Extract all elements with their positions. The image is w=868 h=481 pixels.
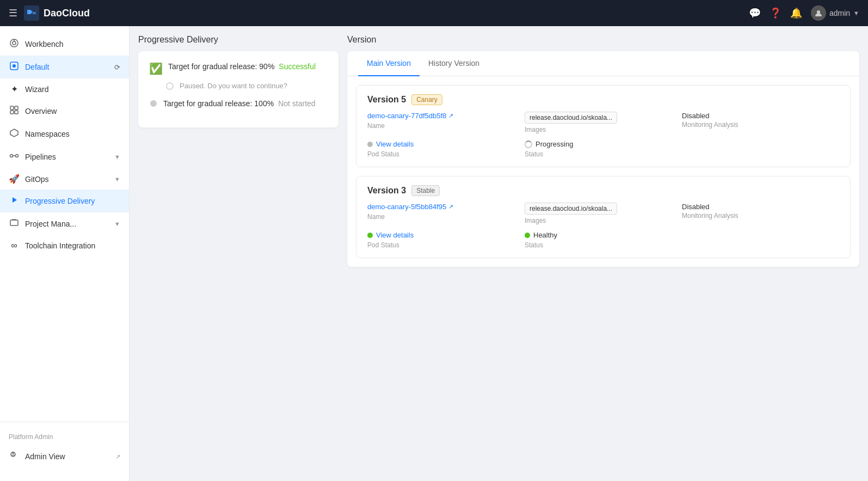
version-5-status-label: Status — [525, 150, 682, 158]
gitops-icon: 🚀 — [9, 174, 20, 184]
sidebar-item-label: Pipelines — [25, 153, 56, 161]
namespaces-icon — [9, 128, 20, 140]
svg-rect-9 — [10, 111, 14, 114]
svg-rect-8 — [15, 106, 18, 109]
sidebar-item-label: Overview — [25, 107, 57, 115]
pipelines-icon — [9, 151, 20, 163]
tab-history-version[interactable]: History Version — [420, 51, 488, 76]
notification-icon[interactable]: 🔔 — [790, 7, 802, 19]
sidebar-item-admin-view[interactable]: Admin View ↗ — [0, 445, 129, 468]
version-5-pod-status[interactable]: View details — [367, 140, 525, 148]
version-3-image-badge: release.daocloud.io/skoala... — [525, 203, 682, 215]
version-5-image-label: Images — [525, 126, 682, 133]
navbar-right: 💬 ❓ 🔔 admin ▼ — [749, 5, 859, 21]
version-3-name-label: Name — [367, 213, 525, 221]
delivery-card: ✅ Target for gradual release: 90% Succes… — [138, 51, 338, 127]
version-5-fields: demo-canary-77df5db5f8 ↗ Name release.da… — [367, 112, 839, 158]
version-title: Version — [347, 35, 859, 45]
sidebar-item-gitops[interactable]: 🚀 GitOps ▼ — [0, 168, 129, 190]
external-link-icon: ↗ — [115, 453, 120, 460]
version-3-monitoring-field: Disabled Monitoring Analysis — [682, 203, 839, 224]
version-5-pod-label: Pod Status — [367, 150, 525, 158]
version-5-name-link[interactable]: demo-canary-77df5db5f8 ↗ — [367, 112, 525, 120]
healthy-dot-icon — [525, 233, 530, 238]
version-3-badge: Stable — [411, 185, 440, 196]
version-3-pod-status[interactable]: View details — [367, 231, 525, 239]
version-3-monitoring-status: Disabled — [682, 203, 839, 211]
logo: DaoCloud — [24, 5, 90, 21]
svg-rect-7 — [10, 106, 14, 109]
circle-outline-icon — [165, 82, 174, 93]
hamburger-icon[interactable]: ☰ — [9, 7, 17, 19]
sidebar-item-pipelines[interactable]: Pipelines ▼ — [0, 145, 129, 168]
sidebar: Workbench Default ⟳ ✦ Wizard Overview Na… — [0, 26, 130, 481]
pod-status-dot-gray — [367, 142, 373, 147]
toolchain-icon: ∞ — [9, 241, 20, 251]
version-3-status: Healthy — [525, 231, 682, 239]
version-5-monitoring-status: Disabled — [682, 112, 839, 120]
help-icon[interactable]: ❓ — [769, 7, 781, 19]
version-3-status-label: Status — [525, 241, 682, 249]
external-link-icon: ↗ — [448, 203, 453, 210]
sidebar-item-namespaces[interactable]: Namespaces — [0, 123, 129, 145]
default-icon — [9, 61, 20, 73]
delivery-item-1-status: Successful — [279, 62, 316, 71]
delivery-item-paused: Paused. Do you want to continue? — [165, 82, 328, 93]
delivery-item-3: Target for gradual release: 100% Not sta… — [149, 99, 328, 110]
sidebar-item-wizard[interactable]: ✦ Wizard — [0, 78, 129, 100]
version-5-monitoring-field: Disabled Monitoring Analysis — [682, 112, 839, 133]
wizard-icon: ✦ — [9, 84, 20, 94]
message-icon[interactable]: 💬 — [749, 7, 761, 19]
svg-point-18 — [167, 83, 173, 89]
refresh-icon[interactable]: ⟳ — [114, 63, 120, 71]
version-3-pod-field: View details Pod Status — [367, 231, 525, 249]
version-5-image-value: release.daocloud.io/skoala... — [525, 112, 617, 124]
version-5-name-field: demo-canary-77df5db5f8 ↗ Name — [367, 112, 525, 133]
admin-view-label: Admin View — [25, 452, 65, 461]
version-item-3: Version 3 Stable demo-canary-5f5bb84f95 … — [356, 176, 851, 258]
version-5-status: Progressing — [525, 140, 682, 148]
sidebar-item-progressive-delivery[interactable]: Progressive Delivery — [0, 190, 129, 212]
left-panel: Progressive Delivery ✅ Target for gradua… — [130, 26, 347, 481]
delivery-item-3-content: Target for gradual release: 100% Not sta… — [163, 99, 328, 108]
sidebar-item-project-manage[interactable]: Project Mana... ▼ — [0, 212, 129, 235]
sidebar-item-toolchain[interactable]: ∞ Toolchain Integration — [0, 235, 129, 256]
delivery-item-1: ✅ Target for gradual release: 90% Succes… — [149, 62, 328, 75]
version-3-header: Version 3 Stable — [367, 185, 839, 196]
delivery-item-1-content: Target for gradual release: 90% Successf… — [168, 62, 328, 71]
sidebar-item-overview[interactable]: Overview — [0, 100, 129, 123]
progressive-delivery-title: Progressive Delivery — [138, 35, 338, 45]
sidebar-item-default[interactable]: Default ⟳ — [0, 56, 129, 78]
version-3-status-text: Healthy — [533, 231, 557, 239]
version-3-name-link[interactable]: demo-canary-5f5bb84f95 ↗ — [367, 203, 525, 211]
sidebar-item-label: Default — [25, 63, 49, 71]
sidebar-item-label: Progressive Delivery — [25, 197, 95, 205]
gitops-chevron-icon: ▼ — [114, 176, 120, 182]
workbench-icon — [9, 38, 20, 50]
tab-main-version[interactable]: Main Version — [358, 51, 420, 76]
delivery-item-3-main: Target for gradual release: 100% Not sta… — [163, 99, 328, 108]
svg-rect-15 — [10, 220, 18, 226]
navbar: ☰ DaoCloud 💬 ❓ 🔔 admin ▼ — [0, 0, 868, 26]
delivery-item-1-main: Target for gradual release: 90% Successf… — [168, 62, 328, 71]
svg-point-12 — [16, 155, 19, 157]
delivery-item-2-sub: Paused. Do you want to continue? — [180, 82, 287, 90]
sidebar-item-label: Workbench — [25, 40, 64, 48]
check-green-icon: ✅ — [149, 62, 163, 75]
version-5-image-badge: release.daocloud.io/skoala... — [525, 112, 682, 124]
main-layout: Workbench Default ⟳ ✦ Wizard Overview Na… — [0, 26, 868, 481]
version-5-image-field: release.daocloud.io/skoala... Images — [525, 112, 682, 133]
svg-rect-10 — [15, 111, 18, 114]
svg-point-3 — [13, 41, 16, 45]
project-chevron-icon: ▼ — [114, 221, 120, 227]
logo-label: DaoCloud — [44, 8, 90, 19]
pod-status-dot-green — [367, 233, 373, 238]
logo-icon — [24, 5, 39, 21]
svg-point-6 — [13, 64, 16, 68]
version-3-image-label: Images — [525, 217, 682, 224]
user-menu[interactable]: admin ▼ — [811, 5, 859, 21]
version-item-5: Version 5 Canary demo-canary-77df5db5f8 … — [356, 85, 851, 167]
sidebar-item-workbench[interactable]: Workbench — [0, 33, 129, 56]
version-5-name: Version 5 — [367, 95, 406, 105]
delivery-item-3-status: Not started — [278, 99, 315, 108]
